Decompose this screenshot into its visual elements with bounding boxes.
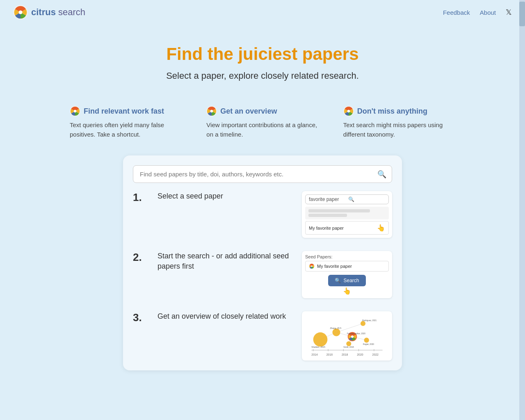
search-button-mini[interactable]: 🔍 Search bbox=[328, 275, 365, 286]
feature-overview-title: Get an overview bbox=[206, 106, 318, 116]
svg-text:Favorite author, 2020: Favorite author, 2020 bbox=[347, 333, 365, 335]
hero-title: Find the juiciest papers bbox=[8, 44, 517, 64]
timeline-chart: 2014 2016 2018 2020 2022 bbox=[305, 315, 389, 357]
search-input[interactable] bbox=[133, 165, 392, 183]
feature-fast-title: Find relevant work fast bbox=[70, 106, 182, 116]
logo-area[interactable]: citrus search bbox=[13, 5, 85, 20]
x-social-icon[interactable]: 𝕏 bbox=[506, 8, 512, 17]
search-btn-label: Search bbox=[343, 278, 359, 283]
hero-section: Find the juiciest papers Select a paper,… bbox=[0, 25, 525, 89]
mini-result-selected: My favorite paper 👆 bbox=[305, 221, 389, 235]
svg-point-1 bbox=[19, 11, 23, 14]
feature-fast: Find relevant work fast Text queries oft… bbox=[70, 106, 182, 139]
seed-papers-label: Seed Papers: bbox=[305, 254, 389, 259]
step-2-visual: Seed Papers: My favorite paper bbox=[302, 251, 392, 298]
svg-text:Rodriguez, 2021: Rodriguez, 2021 bbox=[362, 320, 377, 322]
feature-miss: Don't miss anything Text search might mi… bbox=[343, 106, 455, 139]
cursor-hand-icon: 👆 bbox=[377, 224, 385, 232]
mini-result-placeholder bbox=[305, 207, 389, 219]
svg-point-35 bbox=[364, 338, 369, 342]
svg-text:Zhang, 20.5: Zhang, 20.5 bbox=[330, 327, 341, 329]
svg-text:2020: 2020 bbox=[357, 353, 363, 356]
scrollbar-thumb[interactable] bbox=[519, 2, 525, 26]
svg-text:2022: 2022 bbox=[372, 353, 379, 356]
feature-overview-desc: View important contributions at a glance… bbox=[206, 121, 318, 139]
feature-fast-desc: Text queries often yield many false posi… bbox=[70, 121, 182, 139]
main-card: 🔍 1. Select a seed paper favorite paper … bbox=[123, 155, 402, 370]
svg-point-5 bbox=[210, 110, 213, 113]
features-section: Find relevant work fast Text queries oft… bbox=[37, 89, 488, 147]
step-2-label: Start the search - or add additional see… bbox=[158, 251, 292, 272]
search-icon: 🔍 bbox=[377, 170, 386, 179]
feedback-link[interactable]: Feedback bbox=[443, 9, 470, 16]
step-3-visual: 2014 2016 2018 2020 2022 bbox=[302, 311, 392, 361]
seed-paper-chip: My favorite paper bbox=[305, 261, 389, 272]
citrus-icon-overview bbox=[206, 106, 217, 116]
nav-links: Feedback About 𝕏 bbox=[443, 8, 512, 17]
feature-miss-desc: Text search might miss papers using diff… bbox=[343, 121, 455, 139]
about-link[interactable]: About bbox=[480, 9, 496, 16]
citrus-icon-miss bbox=[343, 106, 354, 116]
step-1-label: Select a seed paper bbox=[158, 191, 292, 201]
feature-overview: Get an overview View important contribut… bbox=[206, 106, 318, 139]
chip-text: My favorite paper bbox=[317, 264, 352, 269]
step-2-content: Start the search - or add additional see… bbox=[158, 251, 292, 272]
scrollbar[interactable] bbox=[519, 0, 525, 420]
svg-text:Sheldon, 2015: Sheldon, 2015 bbox=[311, 346, 325, 348]
step-3-number: 3. bbox=[133, 311, 148, 324]
step-3-label: Get an overview of closely related work bbox=[158, 311, 292, 322]
step-1-content: Select a seed paper bbox=[158, 191, 292, 201]
svg-text:Smith, 2018: Smith, 2018 bbox=[343, 346, 354, 348]
step-3: 3. Get an overview of closely related wo… bbox=[133, 311, 392, 361]
step-1-number: 1. bbox=[133, 191, 148, 204]
feature-miss-title: Don't miss anything bbox=[343, 106, 455, 116]
svg-text:2018: 2018 bbox=[342, 353, 348, 356]
svg-point-37 bbox=[346, 341, 351, 346]
svg-point-28 bbox=[332, 329, 340, 336]
search-container: 🔍 bbox=[133, 165, 392, 183]
svg-text:2014: 2014 bbox=[311, 353, 318, 356]
steps-area: 1. Select a seed paper favorite paper 🔍 … bbox=[133, 191, 392, 361]
chip-citrus-icon bbox=[309, 263, 315, 269]
svg-point-7 bbox=[347, 110, 350, 113]
svg-point-26 bbox=[313, 332, 328, 347]
hero-subtitle: Select a paper, explore closely related … bbox=[8, 71, 517, 81]
svg-text:2016: 2016 bbox=[326, 353, 333, 356]
search-btn-icon: 🔍 bbox=[335, 278, 341, 283]
svg-point-33 bbox=[361, 321, 365, 326]
svg-point-31 bbox=[351, 336, 354, 338]
citrus-icon-fast bbox=[70, 106, 80, 116]
cursor-search-icon: 👆 bbox=[343, 287, 351, 295]
step-2: 2. Start the search - or add additional … bbox=[133, 251, 392, 298]
svg-text:Rogier, 2020: Rogier, 2020 bbox=[363, 343, 374, 345]
step-3-content: Get an overview of closely related work bbox=[158, 311, 292, 322]
logo-text: citrus search bbox=[31, 7, 85, 18]
step-2-number: 2. bbox=[133, 251, 148, 264]
logo-icon bbox=[13, 5, 28, 20]
svg-point-3 bbox=[74, 110, 77, 113]
mini-search-text: favorite paper bbox=[309, 196, 346, 202]
svg-point-9 bbox=[311, 265, 313, 267]
mini-search-icon: 🔍 bbox=[348, 196, 385, 202]
step-1: 1. Select a seed paper favorite paper 🔍 … bbox=[133, 191, 392, 238]
step-1-visual: favorite paper 🔍 My favorite paper 👆 bbox=[302, 191, 392, 238]
